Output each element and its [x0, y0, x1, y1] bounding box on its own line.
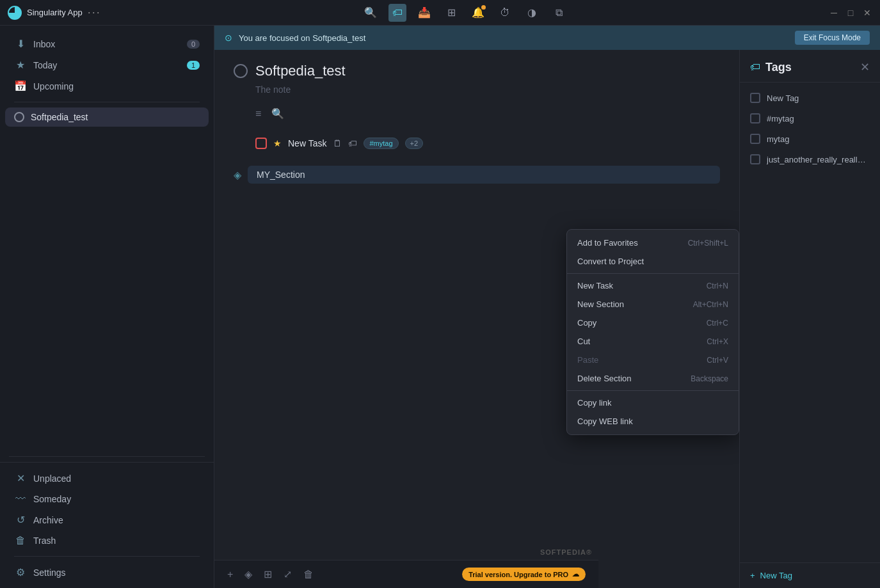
ctx-cut-shortcut: Ctrl+X	[707, 337, 728, 346]
sidebar-item-unplaced[interactable]: ✕ Unplaced	[5, 468, 209, 489]
move-bottom-icon[interactable]: ⤢	[284, 568, 292, 580]
tag-label-new: New Tag	[767, 93, 799, 103]
trash-label: Trash	[33, 536, 56, 546]
ctx-delete-section-label: Delete Section	[577, 374, 632, 383]
ctx-copy-link[interactable]: Copy link	[567, 393, 739, 412]
sidebar-item-today[interactable]: ★ Today 1	[5, 54, 209, 75]
delete-bottom-icon[interactable]: 🗑	[303, 569, 314, 580]
task-tag-icon[interactable]: 🏷	[348, 138, 357, 148]
task-title-row: Softpedia_test	[234, 63, 720, 79]
tags-close-button[interactable]: ✕	[860, 60, 870, 74]
ctx-new-section-label: New Section	[577, 299, 624, 309]
tags-footer: + New Tag	[740, 562, 880, 588]
softpedia-watermark: SOFTPEDIA®	[540, 548, 592, 556]
ctx-new-task-label: New Task	[577, 281, 613, 290]
window-controls: ─ □ ✕	[829, 8, 872, 18]
settings-icon: ⚙	[14, 566, 27, 578]
sidebar-divider-2	[9, 456, 205, 457]
task-tag-badge[interactable]: #mytag	[364, 138, 398, 149]
ctx-delete-section[interactable]: Delete Section Backspace	[567, 369, 739, 388]
sidebar-divider-3	[14, 556, 200, 557]
tag-item-long[interactable]: just_another_really_really_lo...	[740, 149, 880, 170]
ctx-divider-1	[567, 273, 739, 274]
task-tag-extra[interactable]: +2	[405, 138, 424, 149]
tag-checkbox-mytag[interactable]	[750, 113, 760, 123]
ctx-add-favorites[interactable]: Add to Favorites Ctrl+Shift+L	[567, 234, 739, 252]
task-note[interactable]: The note	[234, 84, 720, 95]
project-circle	[14, 112, 24, 122]
someday-icon: 〰	[14, 493, 27, 505]
sidebar-item-upcoming[interactable]: 📅 Upcoming	[5, 75, 209, 97]
tag-checkbox-long[interactable]	[750, 154, 760, 164]
tag-checkbox-new[interactable]	[750, 93, 760, 103]
inbox-toolbar-icon[interactable]: 📥	[415, 4, 433, 22]
tag-checkbox-mytag2[interactable]	[750, 134, 760, 144]
section-title[interactable]: MY_Section	[248, 166, 720, 184]
section-icon: ◈	[234, 169, 241, 181]
ctx-copy-web-link[interactable]: Copy WEB link	[567, 412, 739, 431]
task-title: Softpedia_test	[255, 63, 346, 79]
tag-icon[interactable]: 🏷	[388, 4, 406, 22]
sidebar-item-someday[interactable]: 〰 Someday	[5, 489, 209, 509]
ctx-new-section[interactable]: New Section Alt+Ctrl+N	[567, 295, 739, 314]
grid-bottom-icon[interactable]: ⊞	[264, 568, 272, 580]
close-button[interactable]: ✕	[862, 8, 872, 18]
task-item-name: New Task	[288, 138, 326, 148]
contrast-icon[interactable]: ◑	[523, 4, 541, 22]
list-icon[interactable]: ≡	[255, 108, 261, 120]
tags-list: New Tag #mytag mytag just_another_really…	[740, 83, 880, 562]
sidebar-item-settings[interactable]: ⚙ Settings	[5, 562, 209, 583]
tag-label-mytag: #mytag	[767, 114, 794, 123]
section-row: ◈ MY_Section	[234, 161, 720, 189]
ctx-convert-project-label: Convert to Project	[577, 257, 644, 266]
new-tag-button[interactable]: + New Tag	[750, 571, 870, 580]
search-task-icon[interactable]: 🔍	[271, 107, 284, 120]
inbox-icon: ⬇	[14, 38, 27, 50]
maximize-button[interactable]: □	[845, 8, 856, 18]
sidebar-item-inbox[interactable]: ⬇ Inbox 0	[5, 33, 209, 54]
task-star-icon[interactable]: ★	[273, 138, 282, 148]
focus-bar: ⊙ You are focused on Softpedia_test Exit…	[214, 26, 880, 50]
clock-icon[interactable]: ⏱	[496, 4, 514, 22]
task-panel: Softpedia_test The note ≡ 🔍 ★ New Task 🗒…	[214, 50, 739, 588]
task-save-icon[interactable]: 🗒	[333, 138, 342, 148]
search-icon[interactable]: 🔍	[362, 4, 380, 22]
section-bottom-icon[interactable]: ◈	[244, 568, 252, 580]
screen-icon[interactable]: ⊞	[442, 4, 460, 22]
tags-panel-icon: 🏷	[750, 61, 760, 73]
settings-label: Settings	[33, 568, 66, 578]
tag-item-mytag2[interactable]: mytag	[740, 129, 880, 149]
tags-header: 🏷 Tags ✕	[740, 50, 880, 83]
focus-text: You are focused on Softpedia_test	[239, 33, 365, 43]
minimize-button[interactable]: ─	[829, 8, 839, 18]
tag-label-mytag2: mytag	[767, 134, 789, 144]
exit-focus-button[interactable]: Exit Focus Mode	[795, 31, 870, 45]
task-item: ★ New Task 🗒 🏷 #mytag +2	[234, 132, 720, 154]
tags-title: Tags	[765, 61, 792, 74]
upgrade-bar[interactable]: Trial version. Upgrade to PRO ☁	[462, 568, 586, 581]
sidebar-item-archive[interactable]: ↺ Archive	[5, 509, 209, 530]
unplaced-label: Unplaced	[33, 473, 71, 484]
ctx-new-task-shortcut: Ctrl+N	[707, 282, 728, 290]
today-icon: ★	[14, 59, 27, 71]
ctx-convert-project[interactable]: Convert to Project	[567, 252, 739, 271]
tag-item-mytag[interactable]: #mytag	[740, 108, 880, 129]
ctx-new-task[interactable]: New Task Ctrl+N	[567, 276, 739, 295]
task-item-checkbox[interactable]	[255, 138, 267, 149]
upcoming-icon: 📅	[14, 80, 27, 92]
context-menu: Add to Favorites Ctrl+Shift+L Convert to…	[566, 229, 739, 435]
bell-icon[interactable]: 🔔	[469, 4, 487, 22]
today-label: Today	[33, 60, 180, 70]
ctx-new-section-shortcut: Alt+Ctrl+N	[693, 300, 728, 309]
titlebar-more[interactable]: ···	[88, 6, 101, 19]
add-bottom-icon[interactable]: +	[227, 569, 233, 580]
task-complete-button[interactable]	[234, 64, 248, 78]
sidebar-item-trash[interactable]: 🗑 Trash	[5, 530, 209, 551]
content-area: ⊙ You are focused on Softpedia_test Exit…	[214, 26, 880, 588]
ctx-copy[interactable]: Copy Ctrl+C	[567, 314, 739, 332]
copy-icon[interactable]: ⧉	[550, 4, 568, 22]
sidebar-item-softpedia-test[interactable]: Softpedia_test	[5, 107, 209, 127]
ctx-cut[interactable]: Cut Ctrl+X	[567, 332, 739, 351]
tag-item-new-tag[interactable]: New Tag	[740, 88, 880, 108]
focus-bar-left: ⊙ You are focused on Softpedia_test	[225, 33, 365, 43]
